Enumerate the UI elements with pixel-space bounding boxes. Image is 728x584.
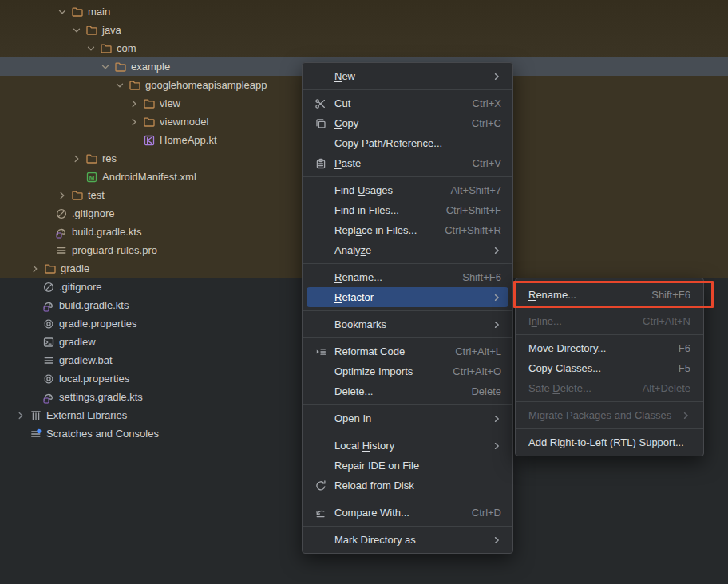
chevron-right-icon[interactable] xyxy=(69,152,85,165)
menu-item-open-in[interactable]: Open In xyxy=(307,408,508,428)
menu-item-shortcut: Ctrl+Shift+R xyxy=(433,224,501,236)
menu-item-find-in-files[interactable]: Find in Files...Ctrl+Shift+F xyxy=(307,200,508,220)
chevron-down-icon[interactable] xyxy=(97,61,113,73)
menu-item-cut[interactable]: CutCtrl+X xyxy=(307,93,508,113)
menu-item-shortcut: F6 xyxy=(667,342,690,354)
menu-icon-spacer xyxy=(314,365,328,378)
menu-icon-spacer xyxy=(314,385,328,398)
menu-item-mark-directory-as[interactable]: Mark Directory as xyxy=(307,530,508,550)
tree-item-label: HomeApp.kt xyxy=(160,134,217,146)
menu-icon-spacer xyxy=(314,244,328,257)
menu-item-reload-from-disk[interactable]: Reload from Disk xyxy=(307,475,508,495)
menu-item-shortcut: Alt+Shift+7 xyxy=(439,184,501,196)
chevron-right-icon[interactable] xyxy=(126,116,142,128)
menu-icon-spacer xyxy=(314,224,328,237)
chevron-down-icon[interactable] xyxy=(83,42,99,55)
submenu-arrow-icon xyxy=(492,320,501,329)
menu-item-compare-with[interactable]: Compare With...Ctrl+D xyxy=(307,503,508,523)
folder-icon xyxy=(142,116,156,128)
menu-item-label: Open In xyxy=(334,412,371,424)
menu-item-repair-ide-on-file[interactable]: Repair IDE on File xyxy=(307,456,508,475)
chevron-down-icon[interactable] xyxy=(69,24,85,37)
menu-item-label: Copy xyxy=(334,117,358,129)
tree-item-label: gradlew xyxy=(59,336,96,348)
chevron-down-icon[interactable] xyxy=(54,6,70,18)
gitignore-icon xyxy=(54,207,69,220)
menu-item-analyze[interactable]: Analyze xyxy=(307,240,508,260)
submenu-item-migrate-packages-and-classes: Migrate Packages and Classes xyxy=(520,405,699,425)
manifest-icon: M xyxy=(85,171,99,183)
menu-item-label: Mark Directory as xyxy=(334,534,416,546)
menu-separator xyxy=(516,428,703,429)
menu-item-paste[interactable]: PasteCtrl+V xyxy=(307,153,508,173)
menu-icon-spacer xyxy=(314,137,328,150)
tree-item-main[interactable]: main xyxy=(0,2,728,21)
submenu-arrow-icon xyxy=(492,72,501,81)
chevron-right-icon[interactable] xyxy=(27,262,43,275)
menu-separator xyxy=(303,263,512,264)
menu-item-bookmarks[interactable]: Bookmarks xyxy=(307,314,508,334)
chevron-spacer xyxy=(26,354,42,367)
menu-item-label: Find Usages xyxy=(334,184,393,196)
menu-item-optimize-imports[interactable]: Optimize ImportsCtrl+Alt+O xyxy=(307,361,508,381)
tree-item-label: build.gradle.kts xyxy=(72,226,141,238)
menu-item-label: Refactor xyxy=(334,291,374,303)
chevron-right-icon[interactable] xyxy=(126,97,142,110)
submenu-arrow-icon xyxy=(492,535,501,545)
chevron-down-icon[interactable] xyxy=(112,79,128,92)
menu-item-shortcut: Ctrl+X xyxy=(461,97,501,109)
menu-item-label: Optimize Imports xyxy=(334,365,413,377)
menu-icon-spacer xyxy=(314,460,328,472)
menu-item-shortcut: Shift+F6 xyxy=(451,271,501,283)
submenu-item-rename[interactable]: Rename...Shift+F6 xyxy=(520,285,699,305)
menu-item-shortcut: F5 xyxy=(667,362,690,374)
tree-item-label: view xyxy=(160,97,180,109)
menu-item-refactor[interactable]: Refactor xyxy=(307,287,508,307)
chevron-spacer xyxy=(26,281,42,294)
menu-item-reformat-code[interactable]: Reformat CodeCtrl+Alt+L xyxy=(307,341,508,361)
submenu-item-add-right-to-left-rtl-support[interactable]: Add Right-to-Left (RTL) Support... xyxy=(520,432,699,452)
submenu-item-copy-classes[interactable]: Copy Classes...F5 xyxy=(520,358,699,378)
menu-item-local-history[interactable]: Local History xyxy=(307,436,508,456)
chevron-spacer xyxy=(26,373,42,385)
menu-item-label: Find in Files... xyxy=(334,204,399,216)
tree-item-label: External Libraries xyxy=(46,409,127,421)
reformat-icon xyxy=(314,345,328,358)
menu-item-copy[interactable]: CopyCtrl+C xyxy=(307,113,508,133)
menu-item-shortcut: Shift+F6 xyxy=(640,289,690,301)
menu-icon-spacer xyxy=(314,184,328,197)
chevron-right-icon[interactable] xyxy=(54,189,70,202)
menu-item-copy-path-reference[interactable]: Copy Path/Reference... xyxy=(307,133,508,153)
scratches-icon xyxy=(29,428,43,440)
chevron-right-icon[interactable] xyxy=(13,409,29,422)
menu-separator xyxy=(516,334,703,335)
reload-icon xyxy=(314,479,328,492)
tree-item-label: proguard-rules.pro xyxy=(72,244,157,256)
menu-item-label: Compare With... xyxy=(334,507,410,519)
menu-item-replace-in-files[interactable]: Replace in Files...Ctrl+Shift+R xyxy=(307,220,508,240)
scissors-icon xyxy=(314,97,328,110)
menu-item-label: Bookmarks xyxy=(334,318,386,330)
menu-item-shortcut: Ctrl+Alt+O xyxy=(441,365,501,377)
menu-item-shortcut: Alt+Delete xyxy=(631,382,690,394)
folder-icon xyxy=(85,24,99,37)
menu-separator xyxy=(303,499,512,499)
chevron-spacer xyxy=(69,171,85,183)
menu-item-find-usages[interactable]: Find UsagesAlt+Shift+7 xyxy=(307,180,508,200)
menu-item-delete[interactable]: Delete...Delete xyxy=(307,381,508,401)
compare-icon xyxy=(314,507,328,519)
tree-item-com[interactable]: com xyxy=(0,39,728,57)
tree-item-label: java xyxy=(102,24,121,36)
menu-icon-spacer xyxy=(314,291,328,304)
tree-item-label: example xyxy=(131,61,170,73)
menu-item-shortcut: Ctrl+C xyxy=(461,117,501,129)
menu-item-new[interactable]: New xyxy=(307,66,508,86)
menu-item-label: Replace in Files... xyxy=(334,224,417,236)
tree-item-java[interactable]: java xyxy=(0,21,728,39)
submenu-item-move-directory[interactable]: Move Directory...F6 xyxy=(520,338,699,358)
context-menu: NewCutCtrl+XCopyCtrl+CCopy Path/Referenc… xyxy=(302,62,513,554)
chevron-spacer xyxy=(26,299,42,312)
menu-item-shortcut: Delete xyxy=(460,385,501,397)
menu-item-rename[interactable]: Rename...Shift+F6 xyxy=(307,267,508,287)
menu-separator xyxy=(303,310,512,311)
